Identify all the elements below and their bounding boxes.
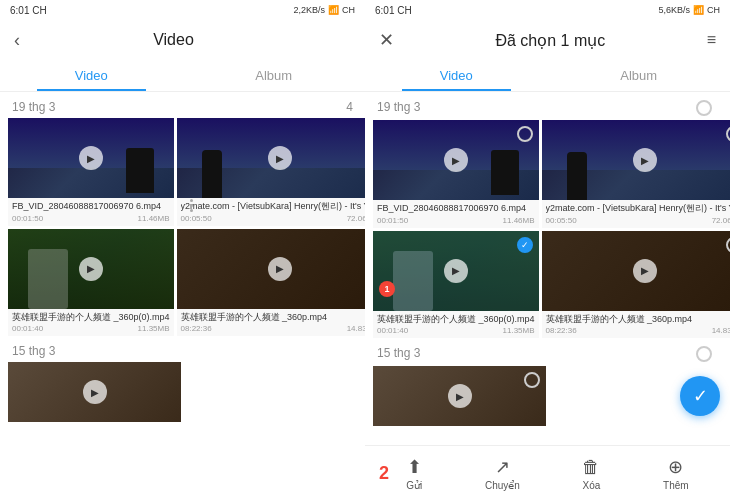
left-section2-header: 15 thg 3 [0,336,365,362]
filter-icon[interactable]: ≡ [707,31,716,49]
right-time: 6:01 CH [375,5,412,16]
right-video-item-3[interactable]: ▶ 1 ✓ 英雄联盟手游的个人频道 _360p(0).mp4 00:01:40 … [373,231,539,339]
right-video-duration-4: 08:22:36 [546,326,577,335]
right-checkbox-3[interactable]: ✓ [517,237,533,253]
left-video-name-1: FB_VID_28046088817006970 6.mp4 [12,201,170,213]
right-battery: CH [707,5,720,15]
right-header: ✕ Đã chọn 1 mục ≡ [365,20,730,60]
right-video-name-1: FB_VID_28046088817006970 6.mp4 [377,203,535,215]
delete-label: Xóa [583,480,601,491]
close-button[interactable]: ✕ [379,29,394,51]
right-content: 19 thg 3 ▶ FB_VID_28046088817006970 6.mp… [365,92,730,445]
more-icon: ⊕ [668,456,683,478]
left-video-size-3: 11.35MB [138,324,170,333]
toolbar-delete-button[interactable]: 🗑 Xóa [582,457,600,491]
right-video-name-2: y2mate.com - [VietsubKara] Henry(헨리) - I… [546,203,730,215]
grid-divider [190,190,193,220]
right-checkbox-1[interactable] [517,126,533,142]
left-video-item-4[interactable]: ▶ 英雄联盟手游的个人频道 _360p.mp4 08:22:36 14.83MB [177,229,365,337]
left-page-title: Video [153,31,194,49]
left-battery: CH [342,5,355,15]
right-video-size-1: 11.46MB [503,216,535,225]
left-video-item-5[interactable]: ▶ [8,362,181,422]
right-wifi-icon: 📶 [693,5,704,15]
left-header: ‹ Video [0,20,365,60]
left-content: 19 thg 3 4 ▶ FB_VID_28046088817006970 6.… [0,92,365,501]
send-icon: ⬆ [407,456,422,478]
left-status-bar: 6:01 CH 2,2KB/s 📶 CH [0,0,365,20]
play-icon-5[interactable]: ▶ [83,380,107,404]
left-video-duration-1: 00:01:50 [12,214,43,223]
left-video-name-4: 英雄联盟手游的个人频道 _360p.mp4 [181,312,365,324]
right-video-duration-3: 00:01:40 [377,326,408,335]
right-play-icon-5[interactable]: ▶ [448,384,472,408]
left-phone-panel: 6:01 CH 2,2KB/s 📶 CH ‹ Video Video Album… [0,0,365,501]
fab-icon: ✓ [693,385,708,407]
play-icon-1[interactable]: ▶ [79,146,103,170]
toolbar-more-button[interactable]: ⊕ Thêm [663,456,689,491]
right-tab-album[interactable]: Album [548,60,731,91]
right-play-icon-1[interactable]: ▶ [444,148,468,172]
left-video-item-3[interactable]: ▶ 英雄联盟手游的个人频道 _360p(0).mp4 00:01:40 11.3… [8,229,174,337]
right-section2-date: 15 thg 3 [377,346,420,362]
left-section1-count: 4 [346,100,353,114]
play-icon-3[interactable]: ▶ [79,257,103,281]
right-status-icons: 5,6KB/s 📶 CH [658,5,720,15]
right-play-icon-3[interactable]: ▶ [444,259,468,283]
right-network: 5,6KB/s [658,5,690,15]
move-icon: ↗ [495,456,510,478]
play-icon-2[interactable]: ▶ [268,146,292,170]
right-play-icon-4[interactable]: ▶ [633,259,657,283]
left-video-name-3: 英雄联盟手游的个人频道 _360p(0).mp4 [12,312,170,324]
right-video-duration-2: 00:05:50 [546,216,577,225]
right-video-size-2: 72.06MB [712,216,730,225]
left-section1-date: 19 thg 3 [12,100,55,114]
right-video-grid: ▶ FB_VID_28046088817006970 6.mp4 00:01:5… [369,120,726,338]
left-video-size-1: 11.46MB [138,214,170,223]
left-time: 6:01 CH [10,5,47,16]
play-icon-4[interactable]: ▶ [268,257,292,281]
right-video-name-4: 英雄联盟手游的个人频道 _360p.mp4 [546,314,730,326]
right-video-size-4: 14.83MB [712,326,730,335]
right-video-size-3: 11.35MB [503,326,535,335]
right-tabs: Video Album [365,60,730,92]
right-video-item-1[interactable]: ▶ FB_VID_28046088817006970 6.mp4 00:01:5… [373,120,539,228]
bottom-toolbar: 2 ⬆ Gửi ↗ Chuyển 🗑 Xóa ⊕ Thêm [365,445,730,501]
left-video-name-2: y2mate.com - [VietsubKara] Henry(헨리) - I… [181,201,365,213]
toolbar-send-button[interactable]: ⬆ Gửi [406,456,422,491]
left-section2-date: 15 thg 3 [12,344,55,358]
left-video-size-2: 72.06MB [347,214,365,223]
right-video-item-4[interactable]: ▶ 英雄联盟手游的个人频道 _360p.mp4 08:22:36 14.83MB [542,231,730,339]
left-tab-video[interactable]: Video [0,60,183,91]
right-video-item-5[interactable]: ▶ [373,366,546,426]
right-play-icon-2[interactable]: ▶ [633,148,657,172]
selected-number-badge: 1 [379,281,395,297]
more-label: Thêm [663,480,689,491]
toolbar-selection-count: 2 [379,463,389,484]
left-network: 2,2KB/s [293,5,325,15]
right-section1-header: 19 thg 3 [365,92,730,120]
left-video-duration-2: 00:05:50 [181,214,212,223]
left-video-item-1[interactable]: ▶ FB_VID_28046088817006970 6.mp4 00:01:5… [8,118,174,226]
toolbar-move-button[interactable]: ↗ Chuyển [485,456,520,491]
left-tab-album[interactable]: Album [183,60,366,91]
right-video-item-2[interactable]: ▶ y2mate.com - [VietsubKara] Henry(헨리) -… [542,120,730,228]
left-status-icons: 2,2KB/s 📶 CH [293,5,355,15]
send-label: Gửi [406,480,422,491]
right-section2-header: 15 thg 3 [365,338,730,366]
left-section1-header: 19 thg 3 4 [0,92,365,118]
back-button[interactable]: ‹ [14,30,20,51]
right-video-duration-1: 00:01:50 [377,216,408,225]
right-section1-date: 19 thg 3 [377,100,420,116]
right-tab-video[interactable]: Video [365,60,548,91]
left-video-grid: ▶ FB_VID_28046088817006970 6.mp4 00:01:5… [4,118,361,336]
right-selection-title: Đã chọn 1 mục [495,31,605,50]
right-video-name-3: 英雄联盟手游的个人频道 _360p(0).mp4 [377,314,535,326]
left-video-item-2[interactable]: ▶ y2mate.com - [VietsubKara] Henry(헨리) -… [177,118,365,226]
delete-icon: 🗑 [582,457,600,478]
section2-checkbox[interactable] [696,346,712,362]
section-checkbox[interactable] [696,100,712,116]
left-video-duration-4: 08:22:36 [181,324,212,333]
move-label: Chuyển [485,480,520,491]
right-status-bar: 6:01 CH 5,6KB/s 📶 CH [365,0,730,20]
